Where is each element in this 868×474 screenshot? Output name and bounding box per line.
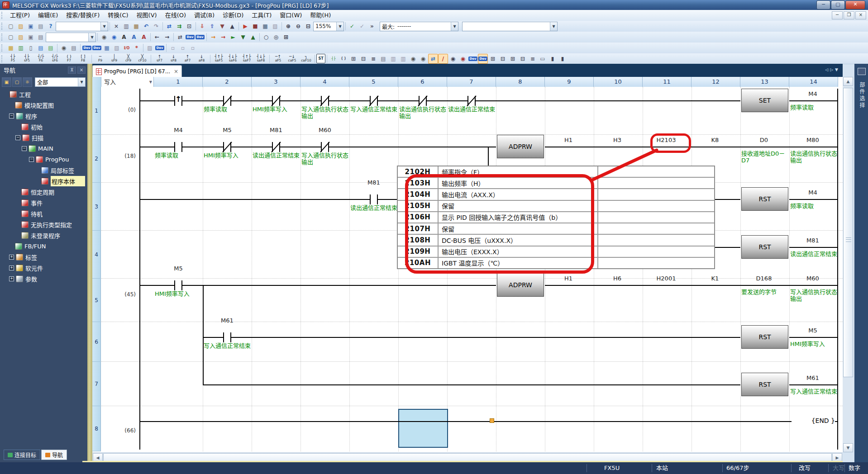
expand-icon[interactable]: + — [9, 276, 14, 281]
redo-button[interactable]: ↷ — [151, 21, 161, 31]
note-edit-button[interactable]: ▤ — [378, 54, 388, 64]
ladder-tool-sF6[interactable]: ┤/├sF6 — [48, 53, 62, 64]
find-coil-button[interactable]: ◉ — [418, 54, 428, 64]
ladder-tool-cF9[interactable]: ╳cF9 — [121, 53, 135, 64]
max-device-select[interactable]: 最大:-------▼ — [380, 22, 458, 31]
find-contact-button[interactable]: ◉ — [408, 54, 418, 64]
pair-b-button[interactable]: ▮ — [558, 54, 568, 64]
instruction-box-ADPRW[interactable]: ADPRW — [497, 273, 544, 297]
minimize-button[interactable]: ─ — [816, 0, 830, 9]
close-panel-icon[interactable]: × — [77, 66, 86, 74]
new-window-button[interactable]: ▢ — [6, 32, 16, 42]
plc-verify-icon-button[interactable]: ▼ — [217, 21, 227, 31]
gear-icon[interactable]: ☼ — [23, 77, 32, 87]
inline-st-edit-button[interactable]: ┤├ — [329, 54, 339, 64]
menu-item-11[interactable]: 帮助(H) — [306, 10, 335, 21]
find-result-icon-button[interactable]: ◉ — [59, 43, 69, 53]
jump-prev-button[interactable]: ← — [152, 32, 162, 42]
save-button[interactable]: ▣ — [26, 21, 36, 31]
st-editor-button[interactable]: ST — [316, 54, 325, 63]
find-string-button[interactable]: A — [139, 32, 149, 42]
document-tab[interactable]: ProgPou [PRG] [LD] 67... × — [92, 65, 182, 77]
ladder-tool-F5[interactable]: ┤├F5 — [6, 53, 20, 64]
undo-button[interactable]: ↶ — [141, 21, 151, 31]
pin-icon[interactable]: ⊼ — [68, 66, 76, 74]
jump-green-button[interactable]: ► — [228, 32, 238, 42]
align-icon-button[interactable]: ≡ — [528, 54, 538, 64]
panel-splitter[interactable] — [87, 64, 92, 462]
collapse-icon[interactable]: − — [9, 114, 14, 118]
bookmark-up-button[interactable]: ▲ — [248, 32, 258, 42]
program-check-icon-button[interactable]: ✓ — [347, 21, 357, 31]
cut-button[interactable]: × — [111, 21, 121, 31]
ladder-tool-aF7[interactable]: ↑aF7 — [181, 53, 195, 64]
vertical-scrollbar[interactable]: ▲ ▼ — [843, 77, 854, 452]
ladder-tool-aF8[interactable]: ↓aF8 — [195, 53, 209, 64]
expand-tree-icon[interactable]: ▢ — [12, 77, 22, 87]
delete-col-button[interactable]: ⊟ — [518, 54, 528, 64]
sidebar-item-局部标签[interactable]: 局部标签 — [0, 165, 87, 175]
ladder-tool-F8[interactable]: [ ]F8 — [76, 53, 90, 64]
plc-read-icon-button[interactable]: ⇧ — [207, 21, 217, 31]
cross-reference-button[interactable]: ⇄ — [175, 32, 185, 42]
new-file-button[interactable]: ▢ — [6, 21, 16, 31]
vertical-scroll-thumb[interactable] — [843, 88, 853, 377]
ladder-tool-F9[interactable]: ─F9 — [93, 53, 107, 64]
instruction-box-RST[interactable]: RST — [741, 373, 788, 396]
expand-icon[interactable]: + — [9, 255, 14, 260]
ladder-tool-saF7[interactable]: ┤↑├saF7 — [240, 53, 254, 64]
module-config-icon-button[interactable]: ▥ — [16, 43, 26, 53]
scroll-down-icon[interactable]: ▼ — [843, 443, 853, 452]
sidebar-item-未登录程序[interactable]: 未登录程序 — [0, 230, 87, 241]
jump-red-button[interactable]: → — [218, 32, 228, 42]
delete-cell-button[interactable]: ⊟ — [358, 54, 368, 64]
mode-select[interactable]: 写入 ▼ — [101, 77, 154, 87]
zoom-level-select[interactable]: 155%▼ — [313, 22, 344, 31]
bubble-icon-button[interactable]: ▭ — [538, 54, 548, 64]
ladder-tool-caF5[interactable]: ─↓caF5 — [285, 53, 299, 64]
outline-icon-button[interactable]: ▤ — [46, 43, 56, 53]
ladder-tool-saF6[interactable]: ┤↓├saF6 — [226, 53, 240, 64]
selected-cell[interactable] — [398, 409, 448, 448]
ladder-editor[interactable]: 12345678(0)↑SM412M4频率读取M5HMI频率写入M60写入通信执… — [92, 87, 843, 452]
menu-item-6[interactable]: 在线(O) — [161, 10, 190, 21]
element-select-icon-button[interactable]: ▯ — [26, 43, 36, 53]
sidebar-item-恒定周期[interactable]: 恒定周期 — [0, 186, 87, 197]
device-batch-icon-button[interactable]: Dev — [92, 43, 102, 53]
options-icon-button[interactable]: ▨ — [145, 43, 155, 53]
sidebar-item-FB/FUN[interactable]: FB/FUN — [0, 241, 87, 251]
print-button[interactable]: ▤ — [36, 21, 46, 31]
sidebar-item-待机[interactable]: 待机 — [0, 208, 87, 219]
collapse-icon[interactable]: − — [15, 135, 20, 140]
jump-orange-button[interactable]: → — [208, 32, 218, 42]
menu-item-9[interactable]: 工具(T) — [248, 10, 276, 21]
paste-button[interactable]: ▦ — [131, 21, 141, 31]
list-view-icon-button[interactable]: ▤ — [36, 43, 46, 53]
ladder-tool-saF8[interactable]: ┤↓├saF8 — [254, 53, 268, 64]
menu-item-8[interactable]: 诊断(D) — [219, 10, 248, 21]
dev-comment-edit-button[interactable]: Dev — [478, 54, 488, 64]
pair-a-button[interactable]: ▮ — [548, 54, 558, 64]
ladder-tool-sF8[interactable]: ↓sF8 — [167, 53, 181, 64]
instruction-box-SET[interactable]: SET — [741, 89, 788, 112]
program-check2-icon-button[interactable]: ✓ — [357, 21, 367, 31]
menu-item-10[interactable]: 窗口(W) — [276, 10, 306, 21]
expand-icon[interactable]: + — [9, 265, 14, 270]
convert-icon-button[interactable]: ⇄ — [164, 21, 174, 31]
part-selection-strip[interactable]: 部件选择 — [854, 64, 868, 462]
sidebar-item-工程[interactable]: 工程 — [0, 89, 87, 100]
plc-write-icon-button[interactable]: ⇩ — [197, 21, 207, 31]
buffer-monitor-icon-button[interactable]: ▦ — [102, 43, 112, 53]
ladder-tool-saF5[interactable]: ┤↑├saF5 — [212, 53, 226, 64]
ladder-tool-cF10[interactable]: ╳cF10 — [135, 53, 149, 64]
menu-item-5[interactable]: 视图(V) — [133, 10, 161, 21]
dev-comment-show-button[interactable]: Dev — [468, 54, 478, 64]
sidebar-item-无执行类型指定[interactable]: 无执行类型指定 — [0, 219, 87, 230]
mini-2-button[interactable]: ▫ — [178, 43, 188, 53]
sidebar-item-软元件[interactable]: +软元件 — [0, 262, 87, 273]
watch-icon-button[interactable]: ▦ — [260, 21, 270, 31]
scroll-up-icon[interactable]: ▲ — [843, 77, 853, 86]
io-check-icon-button[interactable]: I/O — [122, 43, 132, 53]
mini-1-button[interactable]: ▫ — [168, 43, 178, 53]
tree-filter-select[interactable]: 全部 ▼ — [35, 77, 86, 87]
